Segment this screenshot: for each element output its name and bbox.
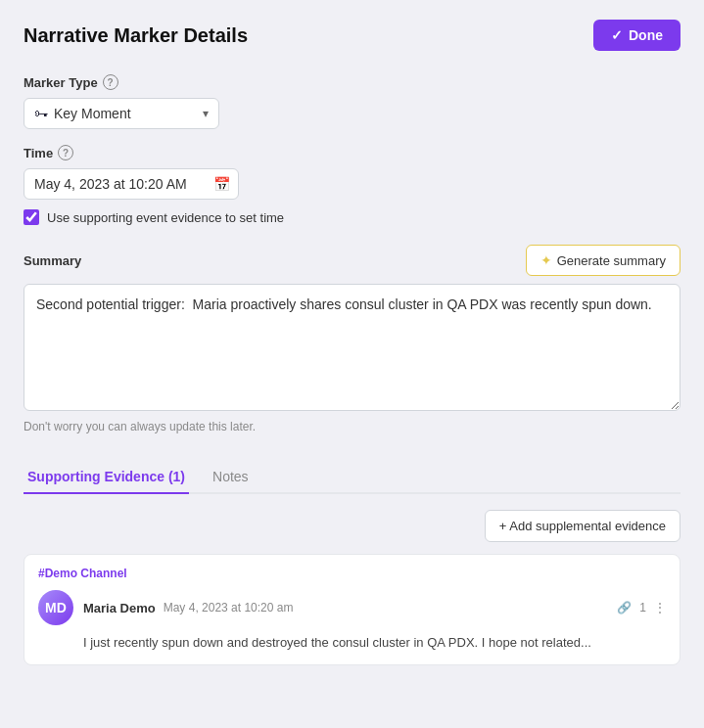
calendar-icon: 📅: [213, 176, 230, 192]
marker-type-section: Marker Type ? 🗝 Key Moment ▾: [23, 74, 681, 129]
tab-notes[interactable]: Notes: [209, 461, 253, 494]
page-container: Narrative Marker Details ✓ Done Marker T…: [0, 0, 704, 728]
tabs-row: Supporting Evidence (1) Notes: [23, 461, 681, 494]
add-evidence-label: + Add supplemental evidence: [499, 519, 666, 533]
summary-label: Summary: [23, 253, 81, 268]
time-section: Time ? 📅 Use supporting event evidence t…: [23, 145, 681, 225]
generate-summary-label: Generate summary: [557, 253, 666, 268]
marker-type-help-icon[interactable]: ?: [103, 74, 118, 90]
supporting-event-checkbox[interactable]: [23, 209, 39, 225]
evidence-text: I just recently spun down and destroyed …: [83, 633, 666, 653]
marker-type-value: Key Moment: [54, 106, 197, 121]
add-supplemental-evidence-button[interactable]: + Add supplemental evidence: [485, 510, 681, 542]
more-options-icon[interactable]: ⋮: [654, 601, 666, 614]
checkbox-row: Use supporting event evidence to set tim…: [23, 209, 681, 225]
evidence-channel: #Demo Channel: [38, 567, 666, 580]
tabs-section: Supporting Evidence (1) Notes + Add supp…: [23, 461, 681, 665]
check-icon: ✓: [611, 27, 623, 43]
summary-textarea[interactable]: Second potential trigger: Maria proactiv…: [23, 284, 681, 411]
sparkle-icon: ✦: [540, 252, 552, 268]
marker-type-label: Marker Type ?: [23, 74, 681, 90]
chevron-down-icon: ▾: [203, 107, 209, 120]
time-input-wrapper[interactable]: 📅: [23, 168, 239, 200]
evidence-card: #Demo Channel MD Maria Demo May 4, 2023 …: [23, 554, 681, 665]
page-title: Narrative Marker Details: [23, 24, 248, 47]
done-label: Done: [629, 27, 663, 43]
tab-supporting-evidence[interactable]: Supporting Evidence (1): [23, 461, 189, 494]
checkbox-label: Use supporting event evidence to set tim…: [47, 210, 284, 225]
key-moment-icon: 🗝: [34, 106, 48, 121]
summary-section: Summary ✦ Generate summary Second potent…: [23, 245, 681, 433]
generate-summary-button[interactable]: ✦ Generate summary: [526, 245, 681, 276]
marker-type-select[interactable]: 🗝 Key Moment ▾: [23, 98, 219, 129]
evidence-meta: MD Maria Demo May 4, 2023 at 10:20 am 🔗 …: [38, 590, 666, 625]
summary-hint: Don't worry you can always update this l…: [23, 420, 681, 433]
avatar: MD: [38, 590, 73, 625]
evidence-author: Maria Demo: [83, 601, 156, 615]
done-button[interactable]: ✓ Done: [593, 20, 681, 51]
time-help-icon[interactable]: ?: [58, 145, 73, 160]
evidence-author-row: Maria Demo May 4, 2023 at 10:20 am: [83, 601, 607, 615]
link-count: 1: [639, 601, 646, 614]
time-label: Time ?: [23, 145, 681, 160]
link-icon: 🔗: [617, 601, 632, 614]
evidence-timestamp: May 4, 2023 at 10:20 am: [164, 601, 294, 614]
summary-header: Summary ✦ Generate summary: [23, 245, 681, 276]
evidence-actions: 🔗 1 ⋮: [617, 601, 666, 614]
time-input[interactable]: [34, 176, 206, 192]
header-row: Narrative Marker Details ✓ Done: [23, 20, 681, 51]
